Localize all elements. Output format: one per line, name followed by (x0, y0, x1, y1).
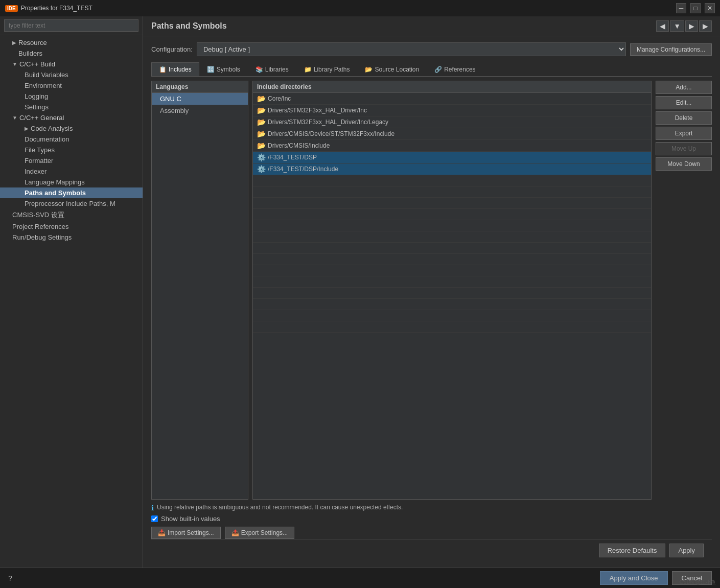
include-item-6[interactable]: ⚙️ /F334_TEST/DSP/Include (253, 163, 651, 175)
content-header: Paths and Symbols ◀ ▼ ▶ ▶ (143, 16, 720, 36)
include-item-empty-8 (253, 254, 651, 265)
configuration-select[interactable]: Debug [ Active ] (197, 42, 626, 56)
sidebar-item-settings[interactable]: Settings (0, 102, 143, 112)
apply-and-close-button[interactable]: Apply and Close (600, 571, 668, 585)
import-settings-button[interactable]: 📥 Import Settings... (151, 527, 221, 539)
move-down-button[interactable]: Move Down (656, 157, 712, 171)
show-builtin-row: Show built-in values (151, 515, 712, 523)
configuration-row: Configuration: Debug [ Active ] Manage C… (151, 42, 712, 56)
sidebar-item-run-debug[interactable]: Run/Debug Settings (0, 232, 143, 243)
configuration-label: Configuration: (151, 45, 193, 53)
symbols-tab-icon: 🔣 (207, 66, 215, 73)
add-button[interactable]: Add... (656, 81, 712, 94)
include-item-empty-13 (253, 310, 651, 321)
include-item-empty-2 (253, 186, 651, 198)
sidebar-item-documentation[interactable]: Documentation (0, 134, 143, 145)
sidebar-item-logging[interactable]: Logging (0, 91, 143, 102)
window-title: Properties for F334_TEST (21, 5, 92, 12)
include-item-4[interactable]: 📂 Drivers/CMSIS/Include (253, 140, 651, 152)
include-item-5[interactable]: ⚙️ /F334_TEST/DSP (253, 152, 651, 163)
include-item-3[interactable]: 📂 Drivers/CMSIS/Device/ST/STM32F3xx/Incl… (253, 128, 651, 140)
dropdown-button[interactable]: ▼ (670, 20, 684, 32)
content-body: Configuration: Debug [ Active ] Manage C… (143, 36, 720, 568)
sidebar-item-indexer[interactable]: Indexer (0, 166, 143, 177)
edit-button[interactable]: Edit... (656, 96, 712, 109)
content-area: Paths and Symbols ◀ ▼ ▶ ▶ Configuration:… (143, 16, 720, 568)
watermark: CSDN @江小鱼 (680, 579, 716, 586)
delete-button[interactable]: Delete (656, 111, 712, 125)
folder-icon-3: 📂 (257, 130, 266, 138)
sidebar-item-cmsis-svd[interactable]: CMSIS-SVD 设置 (0, 209, 143, 221)
title-bar-controls: ─ □ ✕ (676, 3, 715, 13)
sidebar-item-cpp-general[interactable]: ▼ C/C++ General (0, 112, 143, 123)
bottom-bar: Restore Defaults Apply (151, 539, 712, 561)
filter-input[interactable] (4, 19, 138, 32)
forward-button[interactable]: ▶ (685, 20, 698, 32)
sidebar-item-preprocessor[interactable]: Preprocessor Include Paths, M (0, 198, 143, 209)
tab-references[interactable]: 🔗 References (427, 62, 483, 76)
tab-includes[interactable]: 📋 Includes (151, 62, 199, 76)
move-up-button[interactable]: Move Up (656, 142, 712, 155)
include-item-empty-5 (253, 220, 651, 231)
sidebar-item-environment[interactable]: Environment (0, 80, 143, 91)
folder-icon-4: 📂 (257, 142, 266, 150)
tab-libraries[interactable]: 📚 Libraries (248, 62, 296, 76)
includes-tab-icon: 📋 (159, 66, 167, 73)
include-item-empty-12 (253, 299, 651, 310)
languages-panel: Languages GNU C Assembly (151, 81, 248, 500)
forward2-button[interactable]: ▶ (699, 20, 712, 32)
language-assembly[interactable]: Assembly (152, 105, 248, 116)
include-item-2[interactable]: 📂 Drivers/STM32F3xx_HAL_Driver/Inc/Legac… (253, 116, 651, 128)
folder-icon-5: ⚙️ (257, 153, 266, 161)
restore-defaults-button[interactable]: Restore Defaults (599, 544, 666, 557)
sidebar-item-code-analysis[interactable]: ▶ Code Analysis (0, 123, 143, 134)
export-button[interactable]: Export (656, 127, 712, 140)
include-item-empty-6 (253, 231, 651, 243)
expand-icon-general: ▼ (12, 115, 17, 121)
sidebar-nav: ▶ Resource Builders ▼ C/C++ Build Build … (0, 35, 143, 568)
libraries-tab-icon: 📚 (256, 66, 263, 73)
expand-icon-code-analysis: ▶ (25, 126, 29, 131)
info-text: Using relative paths is ambiguous and no… (157, 504, 403, 511)
sidebar-item-builders[interactable]: Builders (0, 48, 143, 59)
tab-library-paths[interactable]: 📁 Library Paths (296, 62, 358, 76)
import-icon: 📥 (158, 529, 166, 536)
includes-panel: Include directories 📂 Core/Inc 📂 Drivers… (252, 81, 652, 500)
ide-badge: IDE (5, 5, 18, 12)
sidebar-filter-area (0, 16, 143, 35)
apply-button[interactable]: Apply (669, 544, 704, 557)
languages-header: Languages (152, 81, 248, 93)
expand-icon-build: ▼ (12, 61, 17, 67)
maximize-button[interactable]: □ (690, 3, 701, 13)
sidebar-item-resource[interactable]: ▶ Resource (0, 37, 143, 48)
language-gnu-c[interactable]: GNU C (152, 93, 248, 105)
close-button[interactable]: ✕ (705, 3, 715, 13)
sidebar-item-file-types[interactable]: File Types (0, 145, 143, 155)
folder-icon-2: 📂 (257, 118, 266, 126)
help-icon[interactable]: ? (8, 574, 12, 582)
sidebar-item-language-mappings[interactable]: Language Mappings (0, 177, 143, 187)
include-item-empty-14 (253, 321, 651, 333)
back-button[interactable]: ◀ (656, 20, 669, 32)
sidebar-item-build-variables[interactable]: Build Variables (0, 69, 143, 80)
include-item-empty-10 (253, 276, 651, 288)
references-tab-icon: 🔗 (434, 66, 442, 73)
table-area: Languages GNU C Assembly Include directo… (151, 81, 712, 500)
manage-configurations-button[interactable]: Manage Configurations... (630, 43, 712, 56)
export-settings-button[interactable]: 📤 Export Settings... (225, 527, 294, 539)
include-item-1[interactable]: 📂 Drivers/STM32F3xx_HAL_Driver/Inc (253, 105, 651, 116)
tab-symbols[interactable]: 🔣 Symbols (199, 62, 248, 76)
title-bar-left: IDE Properties for F334_TEST (5, 5, 92, 12)
show-builtin-checkbox[interactable] (151, 515, 158, 522)
sidebar-item-paths-symbols[interactable]: Paths and Symbols (0, 187, 143, 198)
include-item-empty-11 (253, 288, 651, 299)
sidebar-item-cpp-build[interactable]: ▼ C/C++ Build (0, 59, 143, 69)
include-item-empty-4 (253, 209, 651, 220)
minimize-button[interactable]: ─ (676, 3, 686, 13)
folder-icon-6: ⚙️ (257, 165, 266, 173)
include-item-0[interactable]: 📂 Core/Inc (253, 93, 651, 105)
sidebar-item-formatter[interactable]: Formatter (0, 155, 143, 166)
sidebar-item-project-references[interactable]: Project References (0, 221, 143, 232)
include-item-empty-7 (253, 243, 651, 254)
tab-source-location[interactable]: 📂 Source Location (357, 62, 427, 76)
